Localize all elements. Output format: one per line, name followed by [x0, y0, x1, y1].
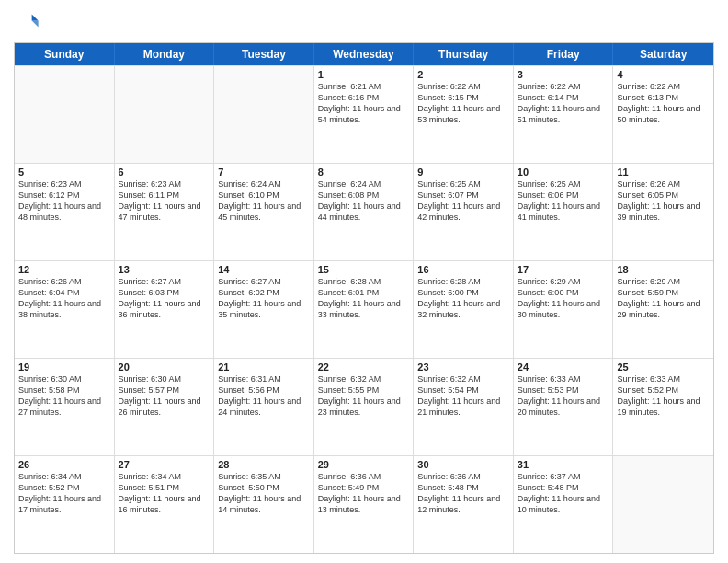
day-header-tuesday: Tuesday [214, 43, 314, 65]
day-info: Sunrise: 6:25 AMSunset: 6:06 PMDaylight:… [518, 178, 609, 224]
week-row-5: 26 Sunrise: 6:34 AMSunset: 5:52 PMDaylig… [15, 455, 713, 553]
day-cell-25: 25 Sunrise: 6:33 AMSunset: 5:52 PMDaylig… [613, 359, 713, 455]
day-number: 14 [218, 264, 310, 275]
day-info: Sunrise: 6:36 AMSunset: 5:48 PMDaylight:… [417, 471, 509, 516]
day-cell-6: 6 Sunrise: 6:23 AMSunset: 6:11 PMDayligh… [115, 164, 215, 260]
day-number: 25 [617, 362, 710, 373]
day-info: Sunrise: 6:28 AMSunset: 6:01 PMDaylight:… [318, 276, 410, 321]
day-info: Sunrise: 6:21 AMSunset: 6:16 PMDaylight:… [318, 81, 410, 126]
day-number: 19 [18, 362, 110, 373]
day-number: 24 [518, 362, 609, 373]
day-cell-4: 4 Sunrise: 6:22 AMSunset: 6:13 PMDayligh… [613, 66, 713, 163]
day-info: Sunrise: 6:22 AMSunset: 6:15 PMDaylight:… [417, 81, 509, 126]
day-number: 4 [617, 69, 710, 80]
day-info: Sunrise: 6:22 AMSunset: 6:14 PMDaylight:… [518, 81, 609, 126]
day-cell-10: 10 Sunrise: 6:25 AMSunset: 6:06 PMDaylig… [514, 164, 614, 260]
day-info: Sunrise: 6:37 AMSunset: 5:48 PMDaylight:… [518, 471, 609, 516]
day-cell-5: 5 Sunrise: 6:23 AMSunset: 6:12 PMDayligh… [15, 164, 115, 260]
day-number: 13 [119, 264, 210, 275]
day-number: 18 [617, 264, 710, 275]
day-number: 29 [318, 459, 410, 470]
day-cell-empty [115, 66, 215, 163]
logo [14, 9, 43, 35]
day-header-sunday: Sunday [15, 43, 115, 65]
page: SundayMondayTuesdayWednesdayThursdayFrid… [0, 0, 728, 563]
day-info: Sunrise: 6:22 AMSunset: 6:13 PMDaylight:… [617, 81, 710, 126]
day-info: Sunrise: 6:26 AMSunset: 6:05 PMDaylight:… [617, 178, 710, 224]
day-cell-24: 24 Sunrise: 6:33 AMSunset: 5:53 PMDaylig… [514, 359, 614, 455]
day-info: Sunrise: 6:32 AMSunset: 5:54 PMDaylight:… [417, 373, 509, 419]
day-header-saturday: Saturday [613, 43, 713, 65]
day-cell-21: 21 Sunrise: 6:31 AMSunset: 5:56 PMDaylig… [214, 359, 314, 455]
day-info: Sunrise: 6:30 AMSunset: 5:57 PMDaylight:… [119, 373, 210, 419]
week-row-4: 19 Sunrise: 6:30 AMSunset: 5:58 PMDaylig… [15, 358, 713, 455]
day-cell-23: 23 Sunrise: 6:32 AMSunset: 5:54 PMDaylig… [414, 359, 514, 455]
day-cell-12: 12 Sunrise: 6:26 AMSunset: 6:04 PMDaylig… [15, 261, 115, 358]
day-number: 22 [318, 362, 410, 373]
day-number: 15 [318, 264, 410, 275]
day-number: 26 [18, 459, 110, 470]
day-cell-17: 17 Sunrise: 6:29 AMSunset: 6:00 PMDaylig… [514, 261, 614, 358]
day-info: Sunrise: 6:31 AMSunset: 5:56 PMDaylight:… [218, 373, 310, 419]
day-info: Sunrise: 6:27 AMSunset: 6:03 PMDaylight:… [119, 276, 210, 321]
day-number: 17 [518, 264, 609, 275]
day-number: 27 [119, 459, 210, 470]
svg-marker-1 [32, 21, 39, 28]
day-cell-empty [214, 66, 314, 163]
day-info: Sunrise: 6:28 AMSunset: 6:00 PMDaylight:… [417, 276, 509, 321]
day-cell-7: 7 Sunrise: 6:24 AMSunset: 6:10 PMDayligh… [214, 164, 314, 260]
day-header-thursday: Thursday [414, 43, 514, 65]
day-info: Sunrise: 6:23 AMSunset: 6:12 PMDaylight:… [18, 178, 110, 224]
day-info: Sunrise: 6:23 AMSunset: 6:11 PMDaylight:… [119, 178, 210, 224]
header [14, 9, 714, 35]
day-cell-16: 16 Sunrise: 6:28 AMSunset: 6:00 PMDaylig… [414, 261, 514, 358]
day-cell-30: 30 Sunrise: 6:36 AMSunset: 5:48 PMDaylig… [414, 456, 514, 553]
week-row-3: 12 Sunrise: 6:26 AMSunset: 6:04 PMDaylig… [15, 260, 713, 358]
day-cell-1: 1 Sunrise: 6:21 AMSunset: 6:16 PMDayligh… [314, 66, 415, 163]
day-cell-29: 29 Sunrise: 6:36 AMSunset: 5:49 PMDaylig… [314, 456, 415, 553]
day-number: 21 [218, 362, 310, 373]
day-number: 3 [518, 69, 609, 80]
day-info: Sunrise: 6:34 AMSunset: 5:52 PMDaylight:… [18, 471, 110, 516]
day-info: Sunrise: 6:27 AMSunset: 6:02 PMDaylight:… [218, 276, 310, 321]
day-info: Sunrise: 6:34 AMSunset: 5:51 PMDaylight:… [119, 471, 210, 516]
day-number: 16 [417, 264, 509, 275]
week-row-2: 5 Sunrise: 6:23 AMSunset: 6:12 PMDayligh… [15, 163, 713, 260]
day-number: 5 [18, 167, 110, 178]
day-info: Sunrise: 6:29 AMSunset: 5:59 PMDaylight:… [617, 276, 710, 321]
day-cell-31: 31 Sunrise: 6:37 AMSunset: 5:48 PMDaylig… [514, 456, 614, 553]
day-number: 30 [417, 459, 509, 470]
day-cell-14: 14 Sunrise: 6:27 AMSunset: 6:02 PMDaylig… [214, 261, 314, 358]
logo-icon [14, 9, 40, 35]
day-number: 1 [318, 69, 410, 80]
day-cell-19: 19 Sunrise: 6:30 AMSunset: 5:58 PMDaylig… [15, 359, 115, 455]
day-number: 10 [518, 167, 609, 178]
day-info: Sunrise: 6:25 AMSunset: 6:07 PMDaylight:… [417, 178, 509, 224]
day-number: 2 [417, 69, 509, 80]
day-cell-8: 8 Sunrise: 6:24 AMSunset: 6:08 PMDayligh… [314, 164, 415, 260]
day-header-monday: Monday [115, 43, 215, 65]
day-cell-26: 26 Sunrise: 6:34 AMSunset: 5:52 PMDaylig… [15, 456, 115, 553]
calendar-body: 1 Sunrise: 6:21 AMSunset: 6:16 PMDayligh… [15, 65, 713, 553]
day-number: 28 [218, 459, 310, 470]
day-number: 12 [18, 264, 110, 275]
day-number: 23 [417, 362, 509, 373]
day-cell-22: 22 Sunrise: 6:32 AMSunset: 5:55 PMDaylig… [314, 359, 415, 455]
day-number: 11 [617, 167, 710, 178]
day-cell-3: 3 Sunrise: 6:22 AMSunset: 6:14 PMDayligh… [514, 66, 614, 163]
day-cell-28: 28 Sunrise: 6:35 AMSunset: 5:50 PMDaylig… [214, 456, 314, 553]
day-cell-9: 9 Sunrise: 6:25 AMSunset: 6:07 PMDayligh… [414, 164, 514, 260]
day-info: Sunrise: 6:26 AMSunset: 6:04 PMDaylight:… [18, 276, 110, 321]
day-info: Sunrise: 6:33 AMSunset: 5:52 PMDaylight:… [617, 373, 710, 419]
day-cell-18: 18 Sunrise: 6:29 AMSunset: 5:59 PMDaylig… [613, 261, 713, 358]
day-cell-11: 11 Sunrise: 6:26 AMSunset: 6:05 PMDaylig… [613, 164, 713, 260]
day-info: Sunrise: 6:36 AMSunset: 5:49 PMDaylight:… [318, 471, 410, 516]
day-info: Sunrise: 6:33 AMSunset: 5:53 PMDaylight:… [518, 373, 609, 419]
day-number: 6 [119, 167, 210, 178]
svg-marker-0 [32, 15, 39, 21]
calendar: SundayMondayTuesdayWednesdayThursdayFrid… [14, 42, 714, 554]
day-number: 20 [119, 362, 210, 373]
day-cell-15: 15 Sunrise: 6:28 AMSunset: 6:01 PMDaylig… [314, 261, 415, 358]
week-row-1: 1 Sunrise: 6:21 AMSunset: 6:16 PMDayligh… [15, 65, 713, 163]
calendar-header: SundayMondayTuesdayWednesdayThursdayFrid… [15, 43, 713, 65]
